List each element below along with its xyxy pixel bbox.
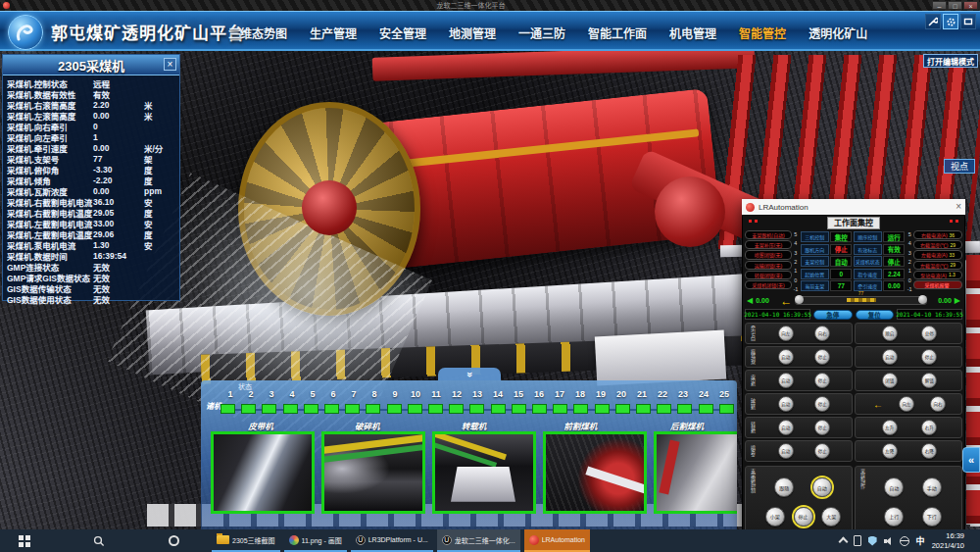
- chevron-up-icon[interactable]: [838, 537, 848, 547]
- wrench-icon[interactable]: [925, 14, 941, 29]
- control-button[interactable]: 自动: [812, 477, 832, 497]
- control-button[interactable]: 向右: [930, 396, 946, 412]
- support-status-pill[interactable]: 采煤机闭锁(无): [745, 280, 792, 289]
- close-icon[interactable]: ×: [956, 202, 961, 212]
- control-button[interactable]: 自动: [884, 477, 904, 497]
- usb-icon[interactable]: [854, 535, 861, 546]
- control-button[interactable]: 大架: [821, 507, 841, 527]
- nav-menu-item[interactable]: 地测管理: [449, 25, 496, 41]
- close-icon[interactable]: ×: [164, 58, 176, 71]
- support-status-pill[interactable]: 运输闭锁(无): [745, 261, 792, 270]
- timestamp-left: 2021-04-10 16:39:55: [745, 309, 810, 320]
- control-button[interactable]: 小架: [765, 507, 785, 527]
- control-button[interactable]: 停止: [814, 443, 830, 459]
- control-button[interactable]: 总停: [921, 326, 937, 341]
- control-button[interactable]: 左降: [882, 443, 898, 459]
- control-button[interactable]: 向右: [814, 326, 830, 341]
- collapse-tab[interactable]: »: [438, 368, 501, 380]
- control-button[interactable]: 解锁: [921, 373, 937, 388]
- control-button[interactable]: 启动: [778, 396, 794, 412]
- nav-menu-item[interactable]: 机电管理: [669, 25, 716, 41]
- control-button[interactable]: 手动: [922, 477, 942, 497]
- nav-menu-item[interactable]: 三维态势图: [228, 25, 287, 41]
- control-button[interactable]: 上行: [884, 507, 904, 527]
- 3d-viewport[interactable]: 打开编辑模式 视点 « 2305采煤机 × 采煤机.控制状态 远程 采煤机: [0, 51, 980, 529]
- minimize-button[interactable]: –: [932, 1, 947, 10]
- taskbar-task[interactable]: 2305三维截图: [212, 529, 280, 552]
- control-button[interactable]: 闭锁: [882, 373, 898, 388]
- slider-track[interactable]: 77: [795, 296, 927, 305]
- camera-feed-crusher[interactable]: [321, 431, 425, 514]
- control-button[interactable]: 停止: [814, 373, 830, 388]
- cortana-button[interactable]: [155, 529, 192, 552]
- nav-menu-item[interactable]: 生产管理: [310, 25, 357, 41]
- estop-button[interactable]: 急停: [813, 310, 853, 320]
- fit-view-icon[interactable]: [960, 14, 976, 29]
- camera-feed-loader[interactable]: [432, 431, 536, 514]
- control-button[interactable]: 顺启: [882, 326, 898, 341]
- network-icon[interactable]: [900, 536, 909, 546]
- scale-tick: 4: [792, 240, 800, 246]
- control-button[interactable]: 左升: [882, 420, 898, 435]
- ime-indicator[interactable]: 中: [916, 534, 925, 547]
- taskbar-task[interactable]: 11.png - 画图: [284, 529, 347, 552]
- control-button[interactable]: 向左: [899, 396, 914, 412]
- reset-button[interactable]: 复位: [856, 310, 895, 320]
- support-status-pill[interactable]: 支架补压(无): [745, 240, 792, 249]
- gear-icon[interactable]: [943, 14, 958, 29]
- search-button[interactable]: [80, 529, 118, 552]
- shearer-status-pill[interactable]: 左截温度(℃) 29: [913, 261, 962, 270]
- slider-thumb[interactable]: [847, 298, 876, 302]
- control-button[interactable]: 停止: [921, 349, 937, 365]
- tab-face-control[interactable]: 工作面集控: [827, 217, 880, 229]
- app-icon: [3, 2, 10, 9]
- group-label: 采煤机动作: [858, 469, 866, 529]
- nav-menu-item[interactable]: 智能管控: [739, 25, 786, 41]
- close-button[interactable]: ×: [963, 1, 978, 10]
- control-button[interactable]: 跟随: [774, 477, 794, 497]
- shearer-status-pill[interactable]: 采煤机报警: [913, 280, 962, 289]
- taskbar-task[interactable]: LRAutomation: [524, 529, 590, 552]
- shearer-status-pill[interactable]: 泵站电流(A) 1.3: [913, 271, 962, 279]
- support-status-pill[interactable]: 支架跟机(自动): [745, 230, 792, 239]
- nav-menu-item[interactable]: 智能工作面: [588, 25, 647, 41]
- support-status-pill[interactable]: 转载闭锁(无): [745, 271, 792, 279]
- control-button[interactable]: 右升: [921, 420, 937, 435]
- start-button[interactable]: [6, 529, 43, 552]
- control-button[interactable]: 启动: [778, 420, 794, 435]
- control-button[interactable]: 停止: [814, 396, 830, 412]
- shearer-status-pill[interactable]: 左截电流(A) 33: [913, 250, 962, 259]
- edit-mode-button[interactable]: 打开编辑模式: [923, 54, 978, 68]
- taskbar-clock[interactable]: 16:39 2021/4/10: [932, 531, 964, 550]
- control-button[interactable]: 停止: [814, 420, 830, 435]
- control-button[interactable]: 下行: [922, 507, 942, 527]
- control-button[interactable]: 启动: [778, 349, 794, 365]
- speaker-icon[interactable]: [884, 536, 893, 546]
- telemetry-row: 采煤机.向右牵引 0: [7, 121, 179, 131]
- nav-menu-item[interactable]: 一通三防: [518, 25, 565, 41]
- taskbar-task[interactable]: 龙软二三维一体化...: [437, 529, 520, 552]
- unit-status-indicator: [491, 404, 506, 414]
- collapse-panel-button[interactable]: «: [962, 447, 980, 473]
- control-button[interactable]: 启动: [882, 349, 898, 365]
- camera-feed-front-shearer[interactable]: [543, 431, 647, 514]
- shearer-telemetry-panel: 2305采煤机 × 采煤机.控制状态 远程 采煤机.数据有效性 有效: [2, 54, 180, 301]
- control-button[interactable]: 启动: [778, 373, 794, 388]
- taskbar-task[interactable]: LR3DPlatform - U...: [351, 529, 433, 552]
- shield-icon[interactable]: [868, 536, 877, 546]
- shearer-status-pill[interactable]: 右截电流(A) 36: [913, 230, 962, 239]
- control-button[interactable]: 停止: [814, 349, 830, 365]
- camera-feed-belt[interactable]: [211, 431, 315, 514]
- viewpoint-button[interactable]: 视点: [944, 159, 975, 174]
- control-button[interactable]: 向左: [778, 326, 794, 341]
- camera-feed-rear-shearer[interactable]: [654, 431, 737, 514]
- maximize-button[interactable]: □: [948, 1, 962, 10]
- nav-menu-item[interactable]: 安全管理: [379, 25, 426, 41]
- control-button[interactable]: 停止: [794, 507, 813, 527]
- nav-menu-item[interactable]: 透明化矿山: [808, 25, 867, 41]
- shearer-status-pill[interactable]: 右截温度(℃) 29: [913, 240, 962, 249]
- control-button[interactable]: 右降: [921, 443, 937, 459]
- control-button[interactable]: 启动: [778, 443, 794, 459]
- support-status-pill[interactable]: 喷雾闭锁(无): [745, 250, 792, 259]
- clock-date: 2021/4/10: [932, 541, 964, 550]
